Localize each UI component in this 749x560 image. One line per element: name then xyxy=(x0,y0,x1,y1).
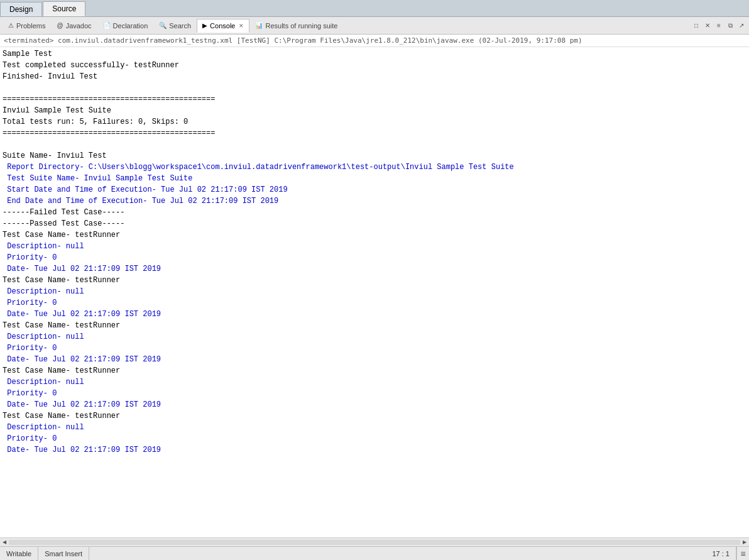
maximize-btn[interactable]: ⧉ xyxy=(725,21,735,31)
tab-results-label: Results of running suite xyxy=(265,22,337,30)
hscroll-bar: ◀ ▶ xyxy=(0,537,749,546)
status-writable: Writable xyxy=(0,547,38,560)
design-tab[interactable]: Design xyxy=(0,2,42,16)
scroll-right-btn[interactable]: ▶ xyxy=(740,538,749,547)
tab-problems-label: Problems xyxy=(16,22,45,30)
declaration-icon: 📄 xyxy=(103,22,111,29)
console-close-icon[interactable]: ✕ xyxy=(239,23,244,29)
status-smart-insert: Smart Insert xyxy=(38,547,89,560)
tab-results[interactable]: 📊 Results of running suite xyxy=(249,19,343,33)
tab-console-label: Console xyxy=(210,22,235,30)
status-bar: Writable Smart Insert 17 : 1 ≡ xyxy=(0,546,749,560)
tab-search[interactable]: 🔍 Search xyxy=(153,19,197,33)
terminated-bar: <terminated> com.inviul.datadrivenframew… xyxy=(0,35,749,47)
minimize-btn[interactable]: □ xyxy=(691,21,701,31)
status-menu-btn[interactable]: ≡ xyxy=(736,547,749,560)
terminated-text: <terminated> com.inviul.datadrivenframew… xyxy=(4,36,582,45)
javadoc-icon: @ xyxy=(57,22,63,29)
scroll-left-btn[interactable]: ◀ xyxy=(0,538,9,547)
open-console-btn[interactable]: ↗ xyxy=(736,21,746,31)
view-menu-btn[interactable]: ≡ xyxy=(714,21,724,31)
problems-icon: ⚠ xyxy=(8,22,14,29)
search-icon: 🔍 xyxy=(159,22,167,29)
console-pre: Sample Test Test completed successfully-… xyxy=(3,48,746,456)
tab-console[interactable]: ▶ Console ✕ xyxy=(197,19,249,33)
status-position: 17 : 1 xyxy=(706,547,736,560)
hscroll-track[interactable] xyxy=(9,540,740,545)
tab-javadoc-label: Javadoc xyxy=(66,22,92,30)
tab-javadoc[interactable]: @ Javadoc xyxy=(51,19,97,33)
tab-declaration-label: Declaration xyxy=(113,22,148,30)
view-tab-bar: ⚠ Problems @ Javadoc 📄 Declaration 🔍 Sea… xyxy=(0,17,749,35)
position-label: 17 : 1 xyxy=(712,550,730,557)
console-icon: ▶ xyxy=(202,22,207,29)
close-view-btn[interactable]: ✕ xyxy=(703,21,713,31)
eclipse-panel: ⚠ Problems @ Javadoc 📄 Declaration 🔍 Sea… xyxy=(0,17,749,560)
console-output[interactable]: Sample Test Test completed successfully-… xyxy=(0,47,749,537)
source-tab[interactable]: Source xyxy=(43,1,85,16)
tab-bar-actions: □ ✕ ≡ ⧉ ↗ xyxy=(691,21,746,31)
tab-problems[interactable]: ⚠ Problems xyxy=(3,19,51,33)
tab-search-label: Search xyxy=(169,22,191,30)
top-tab-bar: Design Source xyxy=(0,0,749,17)
tab-declaration[interactable]: 📄 Declaration xyxy=(97,19,154,33)
writable-label: Writable xyxy=(6,550,31,557)
status-menu-icon: ≡ xyxy=(740,549,745,559)
smart-insert-label: Smart Insert xyxy=(45,550,82,557)
results-icon: 📊 xyxy=(255,22,263,29)
